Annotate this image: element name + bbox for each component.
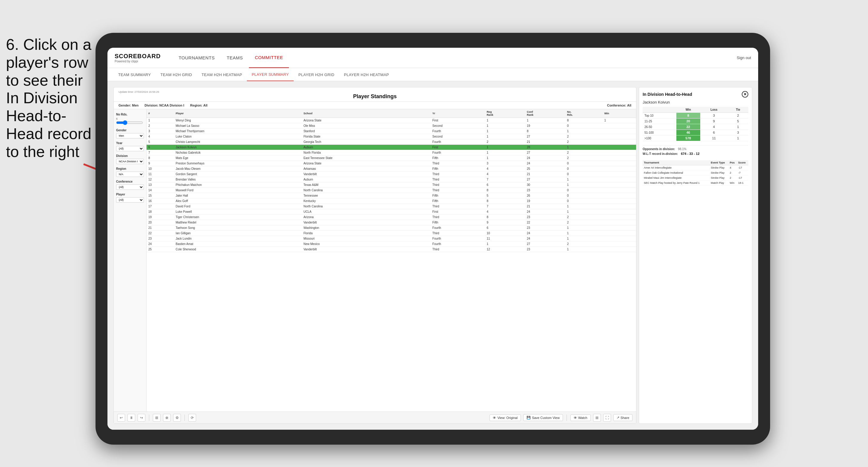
opponents-section: Opponents in division: 98.1% W-L-T recor… bbox=[643, 145, 748, 155]
h2h-close-btn[interactable]: ✕ bbox=[742, 91, 748, 98]
sign-out-link[interactable]: Sign out bbox=[737, 56, 751, 60]
zoom-btn[interactable]: ⊕ bbox=[163, 414, 171, 422]
table-row[interactable]: 24 Bastien Amat New Mexico Fourth 1 27 2 bbox=[147, 241, 636, 247]
pause-btn[interactable]: ⏸ bbox=[127, 414, 135, 422]
table-row[interactable]: 20 Matthew Riedel Vanderbilt Fifth 9 22 … bbox=[147, 220, 636, 225]
t-cell-score: -17 bbox=[737, 165, 748, 170]
h2h-cell-win: 22 bbox=[676, 124, 700, 130]
gender-filter: Gender: Men bbox=[119, 103, 138, 107]
logo-title: SCOREBOARD bbox=[115, 53, 161, 60]
cell-num: 17 bbox=[147, 204, 174, 209]
save-custom-btn[interactable]: 💾 Save Custom View bbox=[523, 414, 563, 421]
cell-yr: Fourth bbox=[431, 236, 485, 241]
instruction-text: 6. Click on a player's row to see their … bbox=[0, 36, 93, 161]
cell-rds: 0 bbox=[565, 188, 602, 193]
tournament-row: Mirabel Maui Jim Intercollegiate Stroke … bbox=[643, 176, 748, 181]
cell-num: 4 bbox=[147, 134, 174, 139]
cell-reg: 5 bbox=[485, 193, 525, 198]
table-row[interactable]: 21 Taehoon Song Washington Fourth 6 23 1 bbox=[147, 225, 636, 231]
table-row[interactable]: 4 Luke Claton Florida State Second 1 27 … bbox=[147, 134, 636, 139]
col-school: School bbox=[302, 109, 431, 118]
gender-filter-group: Gender Men bbox=[116, 129, 144, 138]
cell-player: Luke Claton bbox=[174, 134, 302, 139]
gender-select[interactable]: Men bbox=[116, 133, 144, 138]
table-row[interactable]: 25 Cole Sherwood Vanderbilt Third 12 23 … bbox=[147, 247, 636, 252]
table-row[interactable]: 18 Luke Powell UCLA First 4 24 1 bbox=[147, 209, 636, 215]
cell-num: 21 bbox=[147, 225, 174, 231]
table-row[interactable]: 17 David Ford North Carolina Third 7 21 … bbox=[147, 204, 636, 209]
sub-nav-player-h2h-heatmap[interactable]: PLAYER H2H HEATMAP bbox=[339, 68, 394, 81]
table-row[interactable]: 15 Jake Hall Tennessee Fifth 5 26 0 bbox=[147, 193, 636, 198]
h2h-cell-loss: 3 bbox=[700, 113, 728, 119]
table-row[interactable]: 13 Phichakun Maichon Texas A&M Third 6 3… bbox=[147, 182, 636, 188]
division-select[interactable]: NCAA Division I bbox=[116, 159, 144, 164]
view-original-btn[interactable]: 👁 View: Original bbox=[490, 414, 521, 421]
cell-school: Tennessee bbox=[302, 193, 431, 198]
logo-area: SCOREBOARD Powered by clippi bbox=[115, 53, 161, 63]
table-row[interactable]: 8 Mats Ege East Tennessee State Fifth 1 … bbox=[147, 155, 636, 161]
layout-btn[interactable]: ⊞ bbox=[593, 414, 601, 422]
fullscreen-btn[interactable]: ⛶ bbox=[603, 414, 611, 422]
standings-header: Update time: 27/03/2024 16:56:26 Player … bbox=[114, 87, 636, 102]
redo-btn[interactable]: ↪ bbox=[137, 414, 145, 422]
table-row[interactable]: 11 Gordon Sargent Vanderbilt Third 4 21 … bbox=[147, 172, 636, 177]
settings-btn[interactable]: ⚙ bbox=[173, 414, 181, 422]
h2h-data-row: 11-25 20 9 5 bbox=[643, 119, 748, 124]
sub-nav-player-h2h-grid[interactable]: PLAYER H2H GRID bbox=[294, 68, 339, 81]
cell-win bbox=[602, 220, 636, 225]
table-row[interactable]: 5 Christo Lamprecht Georgia Tech Fourth … bbox=[147, 139, 636, 145]
t-cell-pos: 2 bbox=[728, 170, 737, 176]
year-select[interactable]: (All) bbox=[116, 146, 144, 151]
nav-item-tournaments[interactable]: TOURNAMENTS bbox=[173, 48, 221, 68]
cell-yr: Fifth bbox=[431, 220, 485, 225]
cell-player: Ian Gilligan bbox=[174, 231, 302, 236]
cell-reg: 10 bbox=[485, 231, 525, 236]
table-row[interactable]: 23 Jack Lundin Missouri Fourth 11 24 1 bbox=[147, 236, 636, 241]
sub-nav-team-h2h-heatmap[interactable]: TEAM H2H HEATMAP bbox=[197, 68, 247, 81]
region-select[interactable]: N/A bbox=[116, 172, 144, 177]
cell-player: Christo Lamprecht bbox=[174, 139, 302, 145]
share-btn[interactable]: ↗ Share bbox=[613, 414, 632, 421]
table-row[interactable]: 1 Wenyi Ding Arizona State First 1 1 8 1 bbox=[147, 118, 636, 123]
col-player: Player bbox=[174, 109, 302, 118]
cell-yr: Third bbox=[431, 204, 485, 209]
t-col-tournament: Tournament bbox=[643, 160, 710, 165]
refresh-btn[interactable]: ⟳ bbox=[188, 414, 196, 422]
t-cell-type: Stroke Play bbox=[710, 176, 728, 181]
nav-item-teams[interactable]: TEAMS bbox=[221, 48, 249, 68]
cell-yr: Fourth bbox=[431, 241, 485, 247]
sub-nav-team-h2h-grid[interactable]: TEAM H2H GRID bbox=[156, 68, 197, 81]
cell-school: Auburn bbox=[302, 177, 431, 182]
watch-btn[interactable]: 👁 Watch bbox=[570, 414, 591, 421]
undo-btn[interactable]: ↩ bbox=[117, 414, 125, 422]
table-row[interactable]: 19 Tiger Christensen Arizona Third 8 23 … bbox=[147, 215, 636, 220]
cell-school: Vanderbilt bbox=[302, 172, 431, 177]
table-row[interactable]: 10 Jacob Mau Olesen Arkansas Fifth 4 25 … bbox=[147, 166, 636, 172]
cell-school: UCLA bbox=[302, 209, 431, 215]
no-rds-slider[interactable] bbox=[116, 120, 143, 125]
table-row[interactable]: 7 Nicholas Gabrelcik North Florida Fourt… bbox=[147, 150, 636, 155]
cell-reg: 9 bbox=[485, 220, 525, 225]
sub-nav-team-summary[interactable]: TEAM SUMMARY bbox=[114, 68, 156, 81]
table-row[interactable]: 16 Alex Goff Kentucky Fifth 8 19 0 bbox=[147, 198, 636, 204]
table-row[interactable]: 22 Ian Gilligan Florida Third 10 24 1 bbox=[147, 231, 636, 236]
copy-btn[interactable]: ⊞ bbox=[153, 414, 161, 422]
table-row[interactable]: 6 Jackson Koivun Auburn First 1 28 1 bbox=[147, 145, 636, 150]
h2h-cell-tie: 1 bbox=[728, 135, 748, 141]
table-row[interactable]: 2 Michael La Sasso Ole Miss Second 1 19 … bbox=[147, 123, 636, 129]
table-row[interactable]: 14 Maxwell Ford North Carolina Third 8 2… bbox=[147, 188, 636, 193]
cell-yr: Third bbox=[431, 215, 485, 220]
sub-nav-player-summary[interactable]: PLAYER SUMMARY bbox=[247, 68, 293, 81]
player-select[interactable]: (All) bbox=[116, 197, 144, 203]
h2h-col-loss: Loss bbox=[700, 107, 728, 113]
table-row[interactable]: 9 Preston Summerhays Arizona State Third… bbox=[147, 161, 636, 166]
nav-item-committee[interactable]: COMMITTEE bbox=[249, 48, 289, 68]
cell-conf: 26 bbox=[525, 193, 565, 198]
cell-yr: Fourth bbox=[431, 129, 485, 134]
cell-rds: 1 bbox=[565, 225, 602, 231]
cell-reg: 1 bbox=[485, 150, 525, 155]
table-row[interactable]: 3 Michael Thorbjornsen Stanford Fourth 1… bbox=[147, 129, 636, 134]
table-row[interactable]: 12 Brendan Valles Auburn Third 7 27 1 bbox=[147, 177, 636, 182]
cell-num: 1 bbox=[147, 118, 174, 123]
conference-select[interactable]: (All) bbox=[116, 184, 144, 190]
